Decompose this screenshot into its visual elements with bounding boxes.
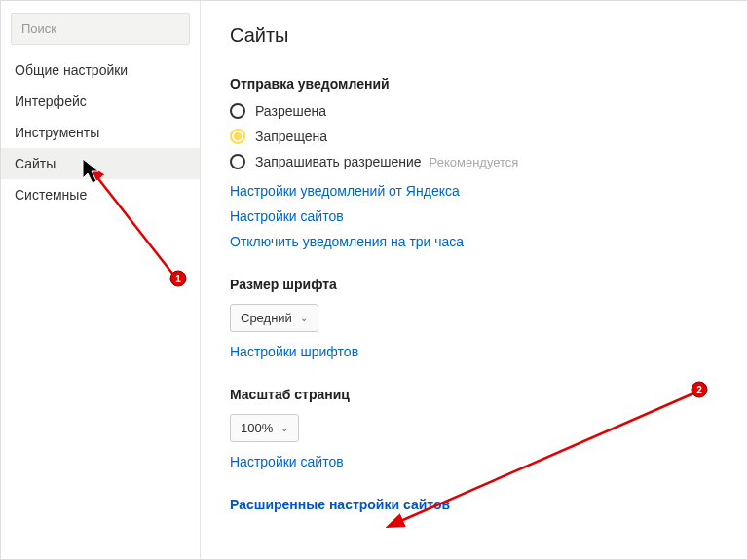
sidebar-item-sites[interactable]: Сайты [1, 148, 200, 179]
radio-label: Разрешена [255, 103, 326, 119]
sidebar-item-general[interactable]: Общие настройки [1, 55, 200, 86]
notifications-heading: Отправка уведомлений [230, 76, 718, 92]
radio-hint: Рекомендуется [430, 155, 519, 169]
sidebar-item-tools[interactable]: Инструменты [1, 117, 200, 148]
radio-ask[interactable]: Запрашивать разрешение Рекомендуется [230, 154, 718, 169]
link-yandex-notifications[interactable]: Настройки уведомлений от Яндекса [230, 183, 718, 199]
select-value: 100% [241, 421, 273, 435]
search-input[interactable]: Поиск [11, 13, 190, 45]
main-content: Сайты Отправка уведомлений Разрешена Зап… [201, 1, 747, 559]
radio-allowed[interactable]: Разрешена [230, 103, 718, 119]
page-scale-heading: Масштаб страниц [230, 387, 718, 402]
font-size-section: Размер шрифта Средний ⌄ Настройки шрифто… [230, 277, 718, 359]
sidebar-item-system[interactable]: Системные [1, 179, 200, 210]
sidebar: Поиск Общие настройки Интерфейс Инструме… [1, 1, 201, 559]
link-advanced-sites[interactable]: Расширенные настройки сайтов [230, 497, 450, 512]
select-value: Средний [241, 311, 292, 325]
radio-label: Запрашивать разрешение [255, 154, 422, 169]
radio-label: Запрещена [255, 129, 327, 144]
radio-icon [230, 154, 245, 169]
chevron-down-icon: ⌄ [280, 423, 288, 433]
link-sites-settings-scale[interactable]: Настройки сайтов [230, 454, 718, 469]
radio-icon [230, 103, 245, 119]
link-font-settings[interactable]: Настройки шрифтов [230, 344, 718, 359]
chevron-down-icon: ⌄ [300, 313, 308, 323]
font-size-heading: Размер шрифта [230, 277, 718, 292]
link-sites-settings[interactable]: Настройки сайтов [230, 208, 718, 224]
page-title: Сайты [230, 24, 718, 47]
radio-icon [230, 129, 245, 144]
page-scale-section: Масштаб страниц 100% ⌄ Настройки сайтов [230, 387, 718, 469]
font-size-select[interactable]: Средний ⌄ [230, 304, 318, 332]
page-scale-select[interactable]: 100% ⌄ [230, 414, 299, 442]
radio-denied[interactable]: Запрещена [230, 129, 718, 144]
notifications-section: Отправка уведомлений Разрешена Запрещена… [230, 76, 718, 249]
sidebar-item-interface[interactable]: Интерфейс [1, 86, 200, 117]
link-disable-3h[interactable]: Отключить уведомления на три часа [230, 234, 718, 249]
